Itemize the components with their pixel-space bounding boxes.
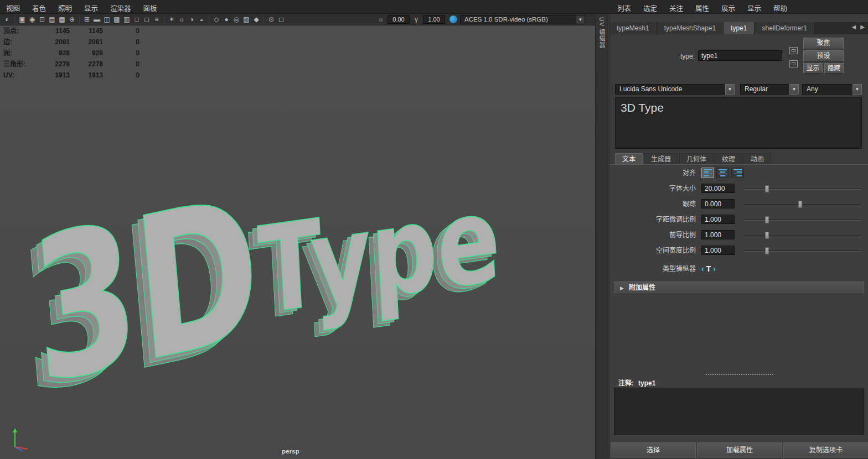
- section-tab-texturing[interactable]: 纹理: [715, 153, 742, 164]
- hide-button[interactable]: 隐藏: [824, 63, 844, 74]
- toolbar-separator: [264, 15, 264, 23]
- pan-zoom-icon[interactable]: ⊕: [67, 15, 77, 24]
- load-attributes-button[interactable]: 加载属性: [697, 442, 782, 458]
- select-camera-icon[interactable]: ▣: [17, 15, 27, 24]
- font-filter-combo[interactable]: Any ▼: [802, 84, 862, 95]
- tracking-field[interactable]: [701, 199, 735, 208]
- leading-slider-handle[interactable]: [765, 232, 769, 239]
- font-size-label: 字体大小: [609, 183, 696, 194]
- menu-panels[interactable]: 面板: [137, 0, 163, 14]
- font-size-field[interactable]: [701, 184, 735, 193]
- safe-action-icon[interactable]: □: [132, 15, 142, 24]
- section-tab-geometry[interactable]: 几何体: [679, 153, 714, 164]
- xray-icon[interactable]: ◻: [276, 15, 286, 24]
- menu-show[interactable]: 显示: [78, 0, 104, 14]
- select-button[interactable]: 选择: [611, 442, 696, 458]
- font-size-slider-handle[interactable]: [765, 185, 769, 192]
- exposure-field[interactable]: 0.00: [388, 15, 410, 24]
- uv-editor-panel-tab[interactable]: UV 编辑器: [595, 14, 608, 459]
- kerning-field[interactable]: [701, 215, 735, 224]
- bookmarks-icon[interactable]: ▤: [47, 15, 57, 24]
- menu-attributes[interactable]: 属性: [689, 0, 715, 14]
- tracking-slider-handle[interactable]: [798, 201, 802, 208]
- align-right-button[interactable]: [731, 168, 744, 178]
- extra-attributes-header[interactable]: ▶附加属性: [614, 281, 864, 294]
- type-manipulator-button[interactable]: ‹T›: [701, 263, 716, 274]
- show-button[interactable]: 显示: [803, 63, 823, 74]
- type-text-input[interactable]: 3D Type: [615, 97, 862, 149]
- gamma-icon[interactable]: γ: [411, 15, 421, 24]
- space-width-field[interactable]: [701, 246, 735, 255]
- field-chart-icon[interactable]: ▥: [122, 15, 132, 24]
- film-gate-icon[interactable]: ▬: [92, 15, 102, 24]
- space-width-slider[interactable]: [744, 251, 861, 251]
- camera-attributes-icon[interactable]: ⊡: [37, 15, 47, 24]
- align-center-button[interactable]: [716, 168, 729, 178]
- tab-scroll-left-icon[interactable]: ◀: [850, 24, 859, 30]
- tracking-slider[interactable]: [744, 204, 861, 205]
- space-width-label: 空间宽度比例: [609, 245, 696, 256]
- tab-typeMesh1[interactable]: typeMesh1: [609, 22, 657, 34]
- tab-scroll-right-icon[interactable]: ▶: [858, 24, 867, 30]
- font-style-combo[interactable]: Regular ▼: [740, 84, 799, 95]
- section-tab-animation[interactable]: 动画: [743, 153, 771, 164]
- hud-icon[interactable]: ≡: [152, 15, 162, 24]
- tab-typeMeshShape1[interactable]: typeMeshShape1: [657, 22, 724, 34]
- wireframe-on-shaded-icon[interactable]: ◎: [231, 15, 241, 24]
- gate-mask-icon[interactable]: ▩: [112, 15, 122, 24]
- node-name-input[interactable]: [698, 50, 782, 61]
- smooth-shade-icon[interactable]: ●: [221, 15, 231, 24]
- copy-tab-button[interactable]: 复制选项卡: [783, 442, 868, 458]
- pin-node-icon[interactable]: [789, 60, 798, 67]
- menu-selected[interactable]: 选定: [637, 0, 663, 14]
- menu-renderer[interactable]: 渲染器: [104, 0, 137, 14]
- leading-field[interactable]: [701, 230, 735, 239]
- menu-display[interactable]: 显示: [741, 0, 767, 14]
- notes-input[interactable]: [614, 388, 864, 435]
- textured-icon[interactable]: ▨: [241, 15, 251, 24]
- image-plane-icon[interactable]: ▦: [57, 15, 67, 24]
- safe-title-icon[interactable]: ◻: [142, 15, 152, 24]
- shadows-icon[interactable]: ◑: [187, 15, 197, 24]
- section-tab-text[interactable]: 文本: [615, 153, 643, 164]
- view-transform-combo[interactable]: ACES 1.0 SDR-video (sRGB) ▼: [460, 15, 585, 24]
- material-icon[interactable]: ◆: [251, 15, 261, 24]
- default-lighting-icon[interactable]: ☀: [167, 15, 177, 24]
- menu-show-right[interactable]: 展示: [715, 0, 741, 14]
- hud-total: 1145: [37, 25, 70, 36]
- font-family-combo[interactable]: Lucida Sans Unicode ▼: [615, 84, 735, 95]
- viewport-3d[interactable]: 3D 3D 3D Type Type Type 顶点: 1145 1145 0 …: [0, 25, 595, 459]
- menu-shading[interactable]: 着色: [26, 0, 52, 14]
- menu-focus[interactable]: 关注: [663, 0, 689, 14]
- tab-type1[interactable]: type1: [724, 22, 755, 34]
- font-size-slider[interactable]: [744, 189, 861, 189]
- color-management-icon[interactable]: [450, 15, 457, 23]
- resolution-gate-icon[interactable]: ◫: [102, 15, 112, 24]
- wireframe-icon[interactable]: ◇: [211, 15, 221, 24]
- presets-button[interactable]: 预设: [803, 50, 844, 62]
- menu-help[interactable]: 帮助: [767, 0, 793, 14]
- focus-button[interactable]: 聚焦: [803, 38, 844, 49]
- all-lights-icon[interactable]: ☼: [177, 15, 187, 24]
- gamma-field[interactable]: 1.00: [423, 15, 445, 24]
- lock-camera-icon[interactable]: ◉: [27, 15, 37, 24]
- leading-slider[interactable]: [744, 235, 861, 236]
- kerning-slider[interactable]: [744, 220, 861, 220]
- uv-editor-label: UV 编辑器: [597, 17, 606, 49]
- menu-list[interactable]: 列表: [611, 0, 637, 14]
- kerning-slider-handle[interactable]: [765, 216, 769, 223]
- isolate-select-icon[interactable]: ⊙: [266, 15, 276, 24]
- menu-lighting[interactable]: 照明: [52, 0, 78, 14]
- menu-view[interactable]: 视图: [0, 0, 26, 14]
- tab-shellDeformer1[interactable]: shellDeformer1: [755, 22, 814, 34]
- expand-popup-icon[interactable]: [789, 47, 798, 54]
- grid-icon[interactable]: ⊞: [82, 15, 92, 24]
- panel-resize-grip[interactable]: [706, 374, 773, 375]
- exposure-icon[interactable]: ☼: [376, 15, 386, 24]
- renderer-quality-icon[interactable]: ◐: [2, 15, 12, 24]
- space-width-slider-handle[interactable]: [765, 247, 769, 254]
- occlusion-icon[interactable]: ◒: [197, 15, 206, 24]
- hud-other: 0: [103, 36, 140, 48]
- section-tab-generator[interactable]: 生成器: [644, 153, 678, 164]
- align-left-button[interactable]: [701, 168, 714, 178]
